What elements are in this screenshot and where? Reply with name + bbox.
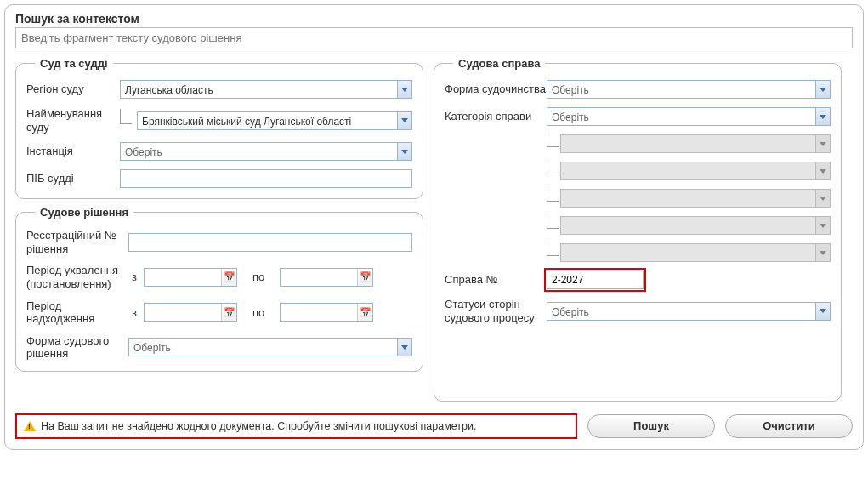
proc-form-label: Форма судочинства xyxy=(445,83,547,96)
calendar-icon[interactable]: 📅 xyxy=(357,304,372,321)
subcategory-combo-5 xyxy=(560,243,831,262)
category-placeholder: Оберіть xyxy=(547,108,815,125)
adopt-from-date[interactable]: 📅 xyxy=(144,268,237,287)
error-message: На Ваш запит не знайдено жодного докумен… xyxy=(15,413,577,439)
decision-form-label: Форма судового рішення xyxy=(26,334,128,361)
judge-label: ПІБ судді xyxy=(26,172,120,185)
status-combo[interactable]: Оберіть xyxy=(547,302,831,321)
court-name-label: Найменування суду xyxy=(26,107,120,134)
instance-placeholder: Оберіть xyxy=(121,143,397,160)
receipt-from-date[interactable]: 📅 xyxy=(144,303,237,322)
tree-connector-icon xyxy=(547,186,559,202)
tree-connector-icon xyxy=(120,109,132,124)
chevron-down-icon xyxy=(397,112,411,129)
instance-label: Інстанція xyxy=(26,145,120,158)
subcategory-combo-3 xyxy=(560,189,831,208)
calendar-icon[interactable]: 📅 xyxy=(221,269,236,286)
case-no-input[interactable] xyxy=(547,271,644,289)
chevron-down-icon xyxy=(815,135,830,152)
chevron-down-icon xyxy=(815,81,830,98)
adopt-period-label: Період ухвалення (постановлення) xyxy=(26,264,128,290)
case-fieldset: Судова справа Форма судочинства Оберіть … xyxy=(434,57,842,402)
tree-connector-icon xyxy=(547,132,559,147)
period-to-label: по xyxy=(252,306,264,319)
chevron-down-icon xyxy=(397,143,411,160)
decision-form-placeholder: Оберіть xyxy=(129,339,397,356)
chevron-down-icon xyxy=(815,108,830,125)
receipt-to-date[interactable]: 📅 xyxy=(280,303,373,322)
calendar-icon[interactable]: 📅 xyxy=(221,304,236,321)
reg-no-input[interactable] xyxy=(128,233,412,252)
region-value: Луганська область xyxy=(121,81,397,98)
tree-connector-icon xyxy=(547,159,559,174)
chevron-down-icon xyxy=(397,339,411,356)
tree-connector-icon xyxy=(547,241,559,256)
subcategory-combo-4 xyxy=(560,216,831,235)
search-button[interactable]: Пошук xyxy=(587,414,715,438)
calendar-icon[interactable]: 📅 xyxy=(357,269,372,286)
instance-combo[interactable]: Оберіть xyxy=(120,142,412,161)
footer: На Ваш запит не знайдено жодного докумен… xyxy=(15,413,853,439)
adopt-from-input[interactable] xyxy=(145,269,221,286)
chevron-down-icon xyxy=(815,162,830,179)
proc-form-combo[interactable]: Оберіть xyxy=(547,80,831,99)
context-search-title: Пошук за контекстом xyxy=(15,12,853,26)
case-legend: Судова справа xyxy=(453,57,545,70)
receipt-period-label: Період надходження xyxy=(26,299,128,326)
error-text: На Ваш запит не знайдено жодного докумен… xyxy=(41,420,476,432)
reg-no-label: Реєстраційний № рішення xyxy=(26,229,128,255)
court-name-combo[interactable]: Брянківський міський суд Луганської обла… xyxy=(137,111,412,130)
search-panel: Пошук за контекстом Суд та судді Регіон … xyxy=(4,4,864,450)
form-columns: Суд та судді Регіон суду Луганська облас… xyxy=(15,57,853,402)
decision-legend: Судове рішення xyxy=(35,206,133,219)
decision-form-combo[interactable]: Оберіть xyxy=(128,338,412,356)
status-placeholder: Оберіть xyxy=(547,303,815,320)
context-search-input[interactable] xyxy=(15,27,853,48)
category-label: Категорія справи xyxy=(445,110,547,123)
judge-input[interactable] xyxy=(120,169,412,188)
case-no-label: Справа № xyxy=(445,273,547,287)
region-combo[interactable]: Луганська область xyxy=(120,80,412,99)
subcategory-combo-1 xyxy=(560,134,831,153)
region-label: Регіон суду xyxy=(26,83,120,96)
court-name-value: Брянківський міський суд Луганської обла… xyxy=(138,112,397,129)
chevron-down-icon xyxy=(397,81,411,98)
subcategory-combo-2 xyxy=(560,162,831,180)
right-column: Судова справа Форма судочинства Оберіть … xyxy=(434,57,842,402)
receipt-from-input[interactable] xyxy=(145,304,221,321)
period-from-label: з xyxy=(128,306,140,319)
decision-fieldset: Судове рішення Реєстраційний № рішення П… xyxy=(15,206,423,372)
left-column: Суд та судді Регіон суду Луганська облас… xyxy=(15,57,423,372)
tree-connector-icon xyxy=(547,214,559,229)
chevron-down-icon xyxy=(815,217,830,234)
adopt-to-input[interactable] xyxy=(281,269,357,286)
court-judges-fieldset: Суд та судді Регіон суду Луганська облас… xyxy=(15,57,423,199)
chevron-down-icon xyxy=(815,244,830,261)
clear-button[interactable]: Очистити xyxy=(725,414,853,438)
chevron-down-icon xyxy=(815,190,830,207)
period-from-label: з xyxy=(128,271,140,283)
period-to-label: по xyxy=(252,271,264,283)
status-label: Статуси сторін судового процесу xyxy=(445,298,547,324)
case-no-highlight xyxy=(544,268,646,292)
court-judges-legend: Суд та судді xyxy=(35,57,113,70)
receipt-to-input[interactable] xyxy=(281,304,357,321)
adopt-to-date[interactable]: 📅 xyxy=(280,268,373,287)
proc-form-placeholder: Оберіть xyxy=(547,81,815,98)
chevron-down-icon xyxy=(815,303,830,320)
warning-icon xyxy=(24,421,36,431)
category-combo[interactable]: Оберіть xyxy=(547,107,831,126)
